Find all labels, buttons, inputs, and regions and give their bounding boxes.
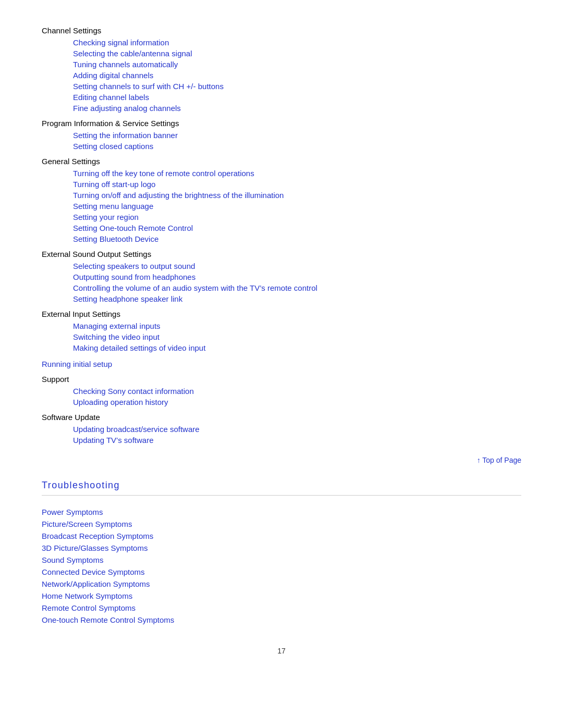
link-sound-symptoms[interactable]: Sound Symptoms <box>42 554 521 566</box>
troubleshooting-section: Troubleshooting Power Symptoms Picture/S… <box>42 480 521 626</box>
top-of-page[interactable]: ↑ Top of Page <box>42 456 521 464</box>
link-adding-digital[interactable]: Adding digital channels <box>73 70 521 81</box>
link-sony-contact[interactable]: Checking Sony contact information <box>73 386 521 397</box>
troubleshooting-header: Troubleshooting <box>42 480 521 491</box>
link-outputting-headphones[interactable]: Outputting sound from headphones <box>73 272 521 282</box>
support-section: Support Checking Sony contact informatio… <box>42 375 521 408</box>
link-picture-screen-symptoms[interactable]: Picture/Screen Symptoms <box>42 518 521 530</box>
external-sound-section: External Sound Output Settings Selecting… <box>42 250 521 304</box>
page-number: 17 <box>42 647 521 655</box>
link-uploading-history[interactable]: Uploading operation history <box>73 397 521 408</box>
software-update-header: Software Update <box>42 413 521 422</box>
support-header: Support <box>42 375 521 384</box>
standalone-links: Running initial setup <box>42 359 521 369</box>
link-setting-channels-surf[interactable]: Setting channels to surf with CH +/- but… <box>73 81 521 92</box>
link-updating-broadcast[interactable]: Updating broadcast/service software <box>73 424 521 435</box>
general-settings-header: General Settings <box>42 157 521 166</box>
program-info-section: Program Information & Service Settings S… <box>42 119 521 152</box>
link-one-touch-remote[interactable]: Setting One-touch Remote Control <box>73 223 521 233</box>
link-key-tone[interactable]: Turning off the key tone of remote contr… <box>73 168 521 179</box>
link-switching-video[interactable]: Switching the video input <box>73 331 521 342</box>
link-network-application-symptoms[interactable]: Network/Application Symptoms <box>42 578 521 590</box>
external-input-header: External Input Settings <box>42 310 521 318</box>
link-running-initial-setup[interactable]: Running initial setup <box>42 359 521 369</box>
link-editing-channel-labels[interactable]: Editing channel labels <box>73 92 521 103</box>
link-checking-signal[interactable]: Checking signal information <box>73 37 521 48</box>
link-managing-inputs[interactable]: Managing external inputs <box>73 320 521 331</box>
external-sound-header: External Sound Output Settings <box>42 250 521 258</box>
link-startup-logo[interactable]: Turning off start-up logo <box>73 179 521 190</box>
troubleshooting-links: Power Symptoms Picture/Screen Symptoms B… <box>42 506 521 626</box>
link-3d-picture-symptoms[interactable]: 3D Picture/Glasses Symptoms <box>42 542 521 554</box>
link-home-network-symptoms[interactable]: Home Network Symptoms <box>42 590 521 602</box>
software-update-section: Software Update Updating broadcast/servi… <box>42 413 521 446</box>
link-power-symptoms[interactable]: Power Symptoms <box>42 506 521 518</box>
link-detailed-video-settings[interactable]: Making detailed settings of video input <box>73 342 521 353</box>
link-fine-adjusting[interactable]: Fine adjusting analog channels <box>73 103 521 114</box>
link-remote-control-symptoms[interactable]: Remote Control Symptoms <box>42 602 521 614</box>
link-selecting-speakers[interactable]: Selecting speakers to output sound <box>73 261 521 272</box>
top-of-page-link[interactable]: ↑ Top of Page <box>477 456 521 464</box>
link-closed-captions[interactable]: Setting closed captions <box>73 141 521 152</box>
link-one-touch-remote-symptoms[interactable]: One-touch Remote Control Symptoms <box>42 614 521 626</box>
link-menu-language[interactable]: Setting menu language <box>73 201 521 212</box>
section-divider <box>42 495 521 496</box>
link-illumination[interactable]: Turning on/off and adjusting the brightn… <box>73 190 521 201</box>
external-input-section: External Input Settings Managing externa… <box>42 310 521 353</box>
link-headphone-speaker-link[interactable]: Setting headphone speaker link <box>73 293 521 304</box>
link-updating-tv-software[interactable]: Updating TV’s software <box>73 435 521 446</box>
link-tuning-channels[interactable]: Tuning channels automatically <box>73 59 521 70</box>
link-setting-region[interactable]: Setting your region <box>73 212 521 223</box>
general-settings-section: General Settings Turning off the key ton… <box>42 157 521 244</box>
channel-settings-section: Channel Settings Checking signal informa… <box>42 26 521 114</box>
link-info-banner[interactable]: Setting the information banner <box>73 130 521 141</box>
link-selecting-cable[interactable]: Selecting the cable/antenna signal <box>73 48 521 59</box>
link-broadcast-reception-symptoms[interactable]: Broadcast Reception Symptoms <box>42 530 521 542</box>
link-bluetooth-device[interactable]: Setting Bluetooth Device <box>73 233 521 244</box>
program-info-header: Program Information & Service Settings <box>42 119 521 128</box>
link-connected-device-symptoms[interactable]: Connected Device Symptoms <box>42 566 521 578</box>
link-controlling-volume[interactable]: Controlling the volume of an audio syste… <box>73 282 521 293</box>
channel-settings-header: Channel Settings <box>42 26 521 35</box>
